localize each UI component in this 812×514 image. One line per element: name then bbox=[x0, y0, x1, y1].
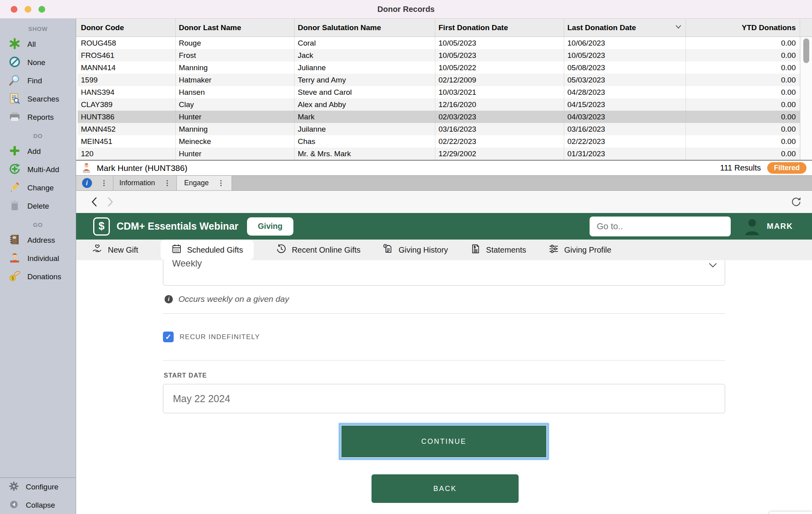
table-scrollbar[interactable] bbox=[800, 37, 812, 160]
sidebar-section-show: SHOW bbox=[0, 23, 76, 35]
zoom-window-button[interactable] bbox=[38, 6, 45, 13]
forward-arrow-icon[interactable] bbox=[104, 196, 116, 208]
table-row[interactable]: HANS394HansenSteve and Carol10/03/202104… bbox=[78, 86, 800, 98]
chevron-down-icon bbox=[708, 262, 718, 269]
giving-nav: New GiftScheduled GiftsRecent Online Gif… bbox=[76, 240, 812, 260]
printer-icon bbox=[9, 111, 21, 125]
table-row[interactable]: MEIN451MeineckeChas02/22/202302/22/20230… bbox=[78, 135, 800, 148]
divider bbox=[163, 360, 725, 361]
filtered-badge[interactable]: Filtered bbox=[767, 162, 806, 174]
column-header-first-donation-date[interactable]: First Donation Date bbox=[435, 19, 564, 36]
giving-nav-label: Giving History bbox=[398, 245, 448, 255]
sidebar-item-none[interactable]: None bbox=[0, 54, 76, 72]
column-header-donor-code[interactable]: Donor Code bbox=[78, 19, 176, 36]
sidebar-item-configure[interactable]: Configure bbox=[0, 478, 76, 496]
sidebar-item-label: Searches bbox=[27, 95, 59, 104]
scheduled-gift-form: Weekly i Occurs weekly on a given day ✓ … bbox=[163, 260, 725, 514]
table-row[interactable]: MANN414ManningJulianne10/05/202205/08/20… bbox=[78, 61, 800, 74]
giving-nav-statements[interactable]: $Statements bbox=[470, 240, 526, 260]
column-header-donor-salutation-name[interactable]: Donor Salutation Name bbox=[295, 19, 435, 36]
table-row[interactable]: HUNT386HunterMark02/03/202304/03/20230.0… bbox=[78, 111, 800, 123]
table-cell: 05/03/2023 bbox=[564, 74, 686, 86]
document-clock-icon bbox=[383, 244, 393, 256]
user-avatar-icon[interactable] bbox=[743, 217, 762, 236]
sidebar-item-all[interactable]: All bbox=[0, 35, 76, 54]
main-area: Donor CodeDonor Last NameDonor Salutatio… bbox=[76, 19, 812, 514]
column-header-donor-last-name[interactable]: Donor Last Name bbox=[176, 19, 295, 36]
sidebar-section-go: GO bbox=[0, 219, 76, 231]
table-cell: 0.00 bbox=[686, 86, 800, 98]
table-cell: Jack bbox=[295, 49, 435, 61]
table-scrollbar-thumb[interactable] bbox=[803, 38, 809, 63]
table-cell: Mark bbox=[295, 111, 435, 123]
tab-information[interactable]: Information ⋮ bbox=[113, 176, 177, 190]
table-row[interactable]: 120HunterMr. & Mrs. Mark12/29/200201/31/… bbox=[78, 148, 800, 160]
giving-nav-label: New Gift bbox=[108, 245, 138, 255]
table-cell: CLAY389 bbox=[78, 98, 176, 111]
giving-nav-new-gift[interactable]: New Gift bbox=[92, 240, 138, 260]
back-arrow-icon[interactable] bbox=[89, 196, 101, 208]
giving-nav-recent-online-gifts[interactable]: Recent Online Gifts bbox=[276, 240, 360, 260]
close-window-button[interactable] bbox=[11, 6, 17, 13]
tab-menu-kebab-icon[interactable]: ⋮ bbox=[101, 179, 107, 187]
back-button[interactable]: BACK bbox=[372, 474, 519, 503]
hand-heart-icon bbox=[92, 244, 103, 256]
refresh-icon[interactable] bbox=[791, 196, 802, 207]
giving-webview: $ CDM+ Essentials Webinar Giving MARK Ne… bbox=[76, 213, 812, 514]
frequency-select[interactable]: Weekly bbox=[163, 260, 725, 286]
sidebar-item-find[interactable]: Find bbox=[0, 72, 76, 90]
tab-record-info[interactable]: i ⋮ bbox=[76, 176, 113, 190]
tab-engage[interactable]: Engage ⋮ bbox=[177, 176, 232, 190]
table-cell: Hansen bbox=[176, 86, 295, 98]
sidebar-item-searches[interactable]: Searches bbox=[0, 90, 76, 108]
giving-nav-giving-history[interactable]: Giving History bbox=[383, 240, 448, 260]
table-cell: HANS394 bbox=[78, 86, 176, 98]
table-cell: 10/06/2023 bbox=[564, 37, 686, 49]
sidebar-item-address[interactable]: Address bbox=[0, 231, 76, 249]
sidebar-item-add[interactable]: Add bbox=[0, 142, 76, 161]
table-cell: 0.00 bbox=[686, 37, 800, 49]
column-header-last-donation-date[interactable]: Last Donation Date bbox=[564, 19, 686, 36]
continue-button[interactable]: CONTINUE bbox=[341, 425, 547, 458]
table-cell: 10/05/2023 bbox=[435, 37, 564, 49]
tab-menu-kebab-icon[interactable]: ⋮ bbox=[218, 179, 224, 187]
recur-checkbox[interactable]: ✓ bbox=[163, 332, 174, 342]
sidebar-item-collapse[interactable]: Collapse bbox=[0, 496, 76, 514]
info-icon: i bbox=[82, 178, 92, 188]
tab-menu-kebab-icon[interactable]: ⋮ bbox=[164, 179, 170, 187]
minimize-window-button[interactable] bbox=[25, 6, 31, 13]
table-row[interactable]: ROUG458RougeCoral10/05/202310/06/20230.0… bbox=[78, 37, 800, 49]
giving-button[interactable]: Giving bbox=[247, 217, 293, 236]
table-row[interactable]: MANN452ManningJuilanne03/16/202303/16/20… bbox=[78, 123, 800, 135]
start-date-input[interactable]: May 22 2024 bbox=[163, 384, 725, 413]
frequency-help: i Occurs weekly on a given day bbox=[165, 294, 289, 304]
recaptcha-badge[interactable]: Privacy - Terms bbox=[770, 512, 812, 514]
calendar-icon bbox=[171, 244, 182, 256]
column-header-ytd-donations[interactable]: YTD Donations bbox=[686, 19, 800, 36]
giving-nav-giving-profile[interactable]: Giving Profile bbox=[548, 240, 611, 260]
table-cell: 03/16/2023 bbox=[564, 123, 686, 135]
sidebar-item-multi-add[interactable]: Multi-Add bbox=[0, 161, 76, 179]
giving-nav-scheduled-gifts[interactable]: Scheduled Gifts bbox=[161, 240, 254, 260]
table-cell: Hunter bbox=[176, 111, 295, 123]
table-cell: Mr. & Mrs. Mark bbox=[295, 148, 435, 160]
table-row[interactable]: 1599HatmakerTerry and Amy02/12/200905/03… bbox=[78, 74, 800, 86]
sidebar-item-individual[interactable]: Individual bbox=[0, 249, 76, 268]
table-cell: 02/03/2023 bbox=[435, 111, 564, 123]
table-cell: Rouge bbox=[176, 37, 295, 49]
user-name-label[interactable]: MARK bbox=[767, 222, 793, 231]
table-cell: Chas bbox=[295, 135, 435, 148]
sidebar-item-label: Address bbox=[27, 236, 55, 245]
sidebar-item-donations[interactable]: $Donations bbox=[0, 268, 76, 286]
goto-input[interactable] bbox=[590, 217, 731, 236]
table-row[interactable]: CLAY389ClayAlex and Abby12/16/202004/15/… bbox=[78, 98, 800, 111]
recur-label: RECUR INDEFINITELY bbox=[180, 333, 260, 341]
sidebar-item-delete[interactable]: Delete bbox=[0, 197, 76, 215]
sidebar-item-reports[interactable]: Reports bbox=[0, 108, 76, 127]
table-cell: 10/05/2022 bbox=[435, 61, 564, 74]
table-row[interactable]: FROS461FrostJack10/05/202310/05/20230.00 bbox=[78, 49, 800, 61]
sidebar-item-change[interactable]: Change bbox=[0, 179, 76, 197]
table-cell: Frost bbox=[176, 49, 295, 61]
info-icon: i bbox=[165, 295, 173, 303]
tab-information-label: Information bbox=[119, 179, 155, 187]
